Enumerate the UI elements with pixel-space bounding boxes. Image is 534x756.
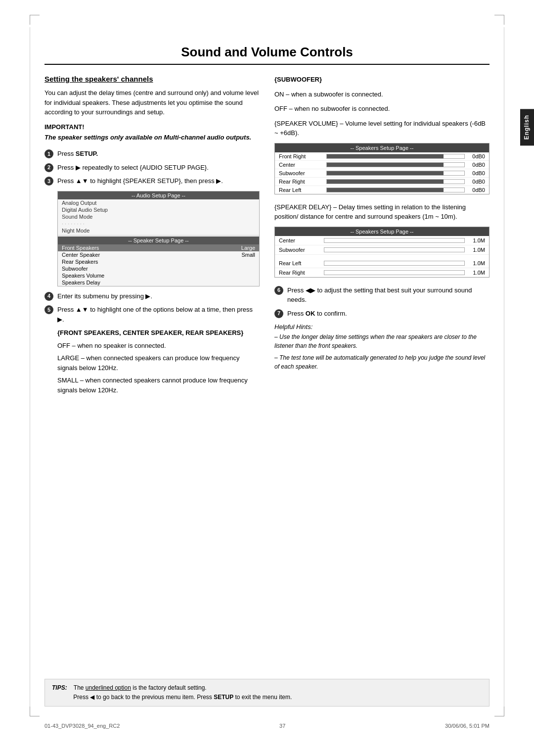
menu-row-front: Front Speakers Large [58, 244, 259, 251]
important-label: IMPORTANT! [44, 123, 260, 131]
step-5: 5 Press ▲▼ to highlight one of the optio… [44, 305, 260, 324]
helpful-hints: Helpful Hints: – Use the longer delay ti… [274, 323, 490, 371]
sv-row-rear-left: Rear Left 0dB0 [275, 186, 489, 194]
corner-mark-tl [30, 15, 40, 25]
step-4: 4 Enter its submenu by pressing ▶. [44, 291, 260, 301]
corner-mark-bl [30, 707, 40, 716]
footer: 01-43_DVP3028_94_eng_RC2 37 30/06/06, 5:… [44, 723, 490, 729]
front-rear-heading: {FRONT SPEAKERS, CENTER SPEAKER, REAR SP… [57, 328, 260, 338]
sv-row-front-right: Front Right 0dB0 [275, 152, 489, 161]
step-3-content: Press ▲▼ to highlight {SPEAKER SETUP}, t… [57, 176, 260, 186]
dt-row-rear-left: Rear Left 1.0M [275, 259, 489, 268]
step-num-5: 5 [44, 305, 53, 314]
sv-label-subwoofer: Subwoofer [279, 170, 323, 176]
menu-row-center: Center Speaker Small [58, 251, 259, 258]
menu-item-sound: Sound Mode [58, 213, 259, 220]
sv-row-rear-right: Rear Right 0dB0 [275, 178, 489, 186]
side-line-right [504, 27, 504, 707]
menu-row-sub: Subwoofer [58, 265, 259, 272]
sv-label-rear-right: Rear Right [279, 179, 323, 185]
menu-value-center: Small [241, 252, 255, 258]
dt-row-sub: Subwoofer 1.0M [275, 245, 489, 255]
sv-label-front-right: Front Right [279, 153, 323, 159]
underlined-option: underlined option [86, 684, 131, 691]
menu-row-rear: Rear Speakers [58, 258, 259, 265]
sv-value-subwoofer: 0dB0 [468, 170, 485, 176]
step-num-4: 4 [44, 292, 53, 301]
dt-bar-rear-left [324, 261, 465, 266]
tips-text2: Press ◀ to go back to the previous menu … [73, 694, 292, 701]
dt-row-center: Center 1.0M [275, 236, 489, 245]
page-title: Sound and Volume Controls [44, 45, 490, 65]
step-5-content: Press ▲▼ to highlight one of the options… [57, 305, 260, 324]
page-wrapper: English Sound and Volume Controls Settin… [0, 0, 534, 756]
dt-value-rear-right: 1.0M [468, 270, 485, 276]
menu-item-digital: Digital Audio Setup [58, 206, 259, 213]
step-num-7: 7 [274, 309, 283, 318]
menu-label-rear: Rear Speakers [62, 259, 98, 265]
menu-item-analog: Analog Output [58, 199, 259, 206]
dt-bar-rear-right [324, 270, 465, 275]
dt-value-rear-left: 1.0M [468, 260, 485, 266]
speaker-menu-header: -- Speaker Setup Page -- [58, 236, 259, 244]
subwoofer-off: OFF – when no subwoofer is connected. [274, 104, 490, 114]
sv-bar-center [326, 162, 465, 167]
step-3: 3 Press ▲▼ to highlight {SPEAKER SETUP},… [44, 176, 260, 186]
sv-bar-fill-rr [327, 180, 444, 184]
sv-bar-rear-left [326, 188, 465, 192]
speakers-volume-header: -- Speakers Setup Page -- [275, 143, 489, 152]
important-text: The speaker settings only available on M… [44, 133, 260, 142]
menu-row-delay: Speakers Delay [58, 279, 259, 286]
sv-value-front-right: 0dB0 [468, 153, 485, 159]
step-1-content: Press SETUP. [57, 149, 260, 159]
dt-bar-center [324, 238, 465, 243]
sv-bar-fill-rl [327, 188, 444, 192]
menu-item-dots: · · · · · · · · [58, 220, 259, 227]
tips-text1: The underlined option is the factory def… [74, 684, 207, 691]
dt-value-center: 1.0M [468, 237, 485, 243]
tips-box: TIPS: The underlined option is the facto… [44, 679, 490, 707]
speakers-volume-table: -- Speakers Setup Page -- Front Right 0d… [274, 143, 490, 194]
menu-label-sub: Subwoofer [62, 266, 88, 272]
content-area: Sound and Volume Controls Setting the sp… [44, 20, 490, 398]
step-7-content: Press OK to confirm. [287, 309, 490, 319]
sv-bar-fill-center [327, 163, 444, 167]
footer-right: 30/06/06, 5:01 PM [445, 723, 490, 729]
speaker-volume-text: {SPEAKER VOLUME} – Volume level setting … [274, 119, 490, 138]
right-column: {SUBWOOFER} ON – when a subwoofer is con… [274, 75, 490, 398]
step-num-1: 1 [44, 149, 53, 158]
tips-indent [52, 694, 72, 701]
step-num-3: 3 [44, 177, 53, 186]
corner-mark-br [494, 707, 504, 716]
dt-label-rear-left: Rear Left [279, 260, 321, 266]
dt-label-sub: Subwoofer [279, 247, 321, 253]
step-7: 7 Press OK to confirm. [274, 309, 490, 319]
sv-bar-fill-sub [327, 171, 444, 175]
menu-label-front: Front Speakers [62, 245, 99, 251]
sv-bar-rear-right [326, 179, 465, 184]
subwoofer-heading: {SUBWOOFER} [274, 75, 490, 85]
tips-label: TIPS: [52, 684, 72, 691]
dt-bar-sub [324, 247, 465, 252]
sv-bar-fill [327, 154, 444, 158]
front-rear-large: LARGE – when connected speakers can prod… [57, 353, 260, 373]
delay-table-header: -- Speakers Setup Page -- [275, 227, 489, 236]
menu-divider [58, 235, 259, 236]
dt-label-rear-right: Rear Right [279, 270, 321, 276]
step-6: 6 Press ◀▶ to adjust the setting that be… [274, 285, 490, 305]
step-1: 1 Press SETUP. [44, 149, 260, 159]
english-tab: English [520, 109, 534, 145]
menu-row-volume: Speakers Volume [58, 272, 259, 279]
sv-value-rear-right: 0dB0 [468, 179, 485, 185]
side-line-left [30, 27, 30, 707]
two-column-layout: Setting the speakers' channels You can a… [44, 75, 490, 398]
front-rear-small: SMALL – when connected speakers cannot p… [57, 376, 260, 395]
menu-screenshot: -- Audio Setup Page -- Analog Output Dig… [57, 191, 260, 286]
subwoofer-on: ON – when a subwoofer is connected. [274, 90, 490, 99]
sv-bar-subwoofer [326, 171, 465, 176]
front-rear-off: OFF – when no speaker is connected. [57, 341, 260, 351]
sv-row-subwoofer: Subwoofer 0dB0 [275, 169, 489, 178]
step-6-content: Press ◀▶ to adjust the setting that best… [287, 285, 490, 305]
left-column: Setting the speakers' channels You can a… [44, 75, 260, 398]
step-4-content: Enter its submenu by pressing ▶. [57, 291, 260, 301]
